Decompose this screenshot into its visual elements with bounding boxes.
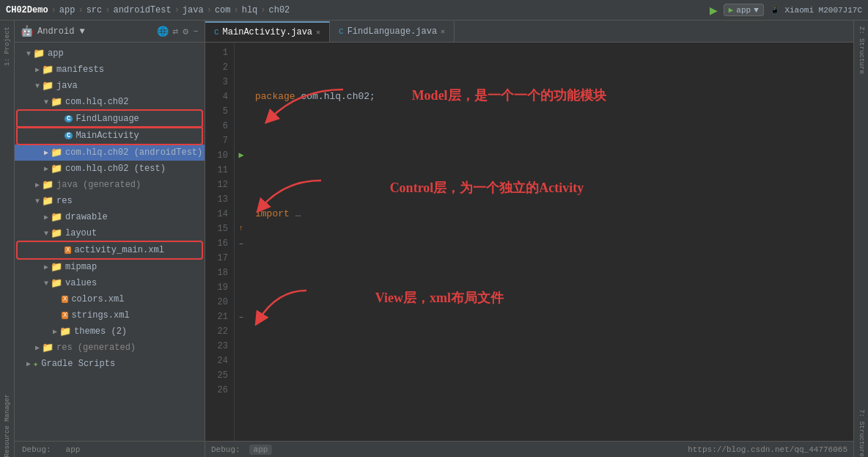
- tab-label: FindLanguage.java: [347, 26, 437, 37]
- tree-label: activity_main.xml: [74, 245, 163, 255]
- tree-label: com.hlq.ch02 (test): [65, 164, 166, 174]
- tree-item-app[interactable]: ▼ 📁 app: [15, 45, 205, 62]
- breadcrumb-app: app: [59, 5, 76, 15]
- right-side-strip: Z: Structure 7: Structure: [853, 21, 868, 457]
- file-tree: ▼ 📁 app ▶ 📁 manifests ▼ 📁 java ▼ 📁 com.h…: [15, 43, 205, 441]
- tree-label: java: [56, 81, 78, 91]
- project-strip-label[interactable]: 1: Project: [4, 26, 11, 66]
- app-tab[interactable]: app: [59, 444, 88, 456]
- app-selector[interactable]: ▶ app ▼: [724, 4, 764, 16]
- sync-icon[interactable]: ⇄: [173, 26, 179, 37]
- tree-label: colors.xml: [71, 294, 124, 304]
- tree-item-com-hlq[interactable]: ▼ 📁 com.hlq.ch02: [15, 94, 205, 110]
- tree-item-colors[interactable]: X colors.xml: [15, 291, 205, 307]
- top-bar-right: ▶ ▶ app ▼ 📱 Xiaomi M2007J17C: [710, 4, 862, 16]
- java-icon: C: [214, 28, 219, 37]
- tree-item-mipmap[interactable]: ▶ 📁 mipmap: [15, 259, 205, 275]
- tree-label: Gradle Scripts: [41, 359, 115, 369]
- tree-item-activity-main[interactable]: X activity_main.xml: [18, 242, 202, 258]
- structure-strip-label[interactable]: Z: Structure: [858, 26, 865, 74]
- tree-item-test[interactable]: ▶ 📁 com.hlq.ch02 (test): [15, 161, 205, 177]
- code-lines: package com.hlq.ch02; import … public cl…: [248, 43, 853, 441]
- tree-label: com.hlq.ch02 (androidTest): [65, 147, 202, 158]
- tree-label: app: [48, 48, 64, 59]
- structure-strip-label2[interactable]: 7: Structure: [858, 409, 865, 457]
- tab-mainactivity[interactable]: C MainActivity.java ✕: [205, 21, 330, 42]
- tree-item-res[interactable]: ▼ 📁 res: [15, 193, 205, 209]
- panel-icons: 🌐 ⇄ ⚙ –: [157, 26, 199, 37]
- tree-item-java[interactable]: ▼ 📁 java: [15, 78, 205, 94]
- tree-item-gradle[interactable]: ▶ ✦ Gradle Scripts: [15, 356, 205, 372]
- tree-label: layout: [65, 228, 97, 238]
- tree-label: manifests: [56, 65, 104, 75]
- app-label: app: [736, 6, 751, 15]
- left-side-strip: 1: Project Resource Manager: [0, 21, 15, 457]
- annotation-model: Model层，是一个一个的功能模块: [343, 73, 606, 149]
- editor-area: C MainActivity.java ✕ C FindLanguage.jav…: [205, 21, 853, 457]
- breadcrumb-src: src: [87, 5, 103, 15]
- tree-item-values[interactable]: ▼ 📁 values: [15, 275, 205, 291]
- tree-label: com.hlq.ch02: [65, 97, 128, 107]
- main-layout: 1: Project Resource Manager 🤖 Android ▼ …: [0, 21, 868, 457]
- code-line-5: [255, 310, 853, 324]
- run-button[interactable]: ▶: [710, 4, 718, 16]
- debug-tab[interactable]: Debug:: [15, 444, 59, 456]
- tree-item-themes[interactable]: ▶ 📁 themes (2): [15, 323, 205, 340]
- java-icon: C: [339, 27, 344, 36]
- settings-icon[interactable]: ⚙: [183, 26, 188, 37]
- globe-icon[interactable]: 🌐: [157, 26, 169, 37]
- collapse-icon[interactable]: –: [239, 236, 244, 251]
- device-label: 📱 Xiaomi M2007J17C: [770, 5, 862, 15]
- tree-label: drawable: [65, 212, 108, 222]
- xml-file-icon: X: [62, 312, 68, 319]
- android-icon: 🤖: [21, 25, 33, 37]
- tree-item-layout[interactable]: ▼ 📁 layout: [15, 225, 205, 241]
- tree-label: themes (2): [74, 326, 127, 337]
- panel-title: Android ▼: [37, 26, 152, 37]
- status-left: Debug: app: [211, 445, 272, 455]
- breadcrumb-androidtest: androidTest: [113, 5, 171, 15]
- tree-item-res-gen[interactable]: ▶ 📁 res (generated): [15, 340, 205, 356]
- device-icon: 📱: [770, 6, 780, 15]
- gradle-icon: ✦: [33, 359, 38, 370]
- tree-item-drawable[interactable]: ▶ 📁 drawable: [15, 209, 205, 225]
- tree-item-findlanguage[interactable]: C FindLanguage: [18, 111, 202, 127]
- app-status: app: [249, 445, 273, 455]
- dropdown-icon: ▼: [754, 6, 759, 15]
- resource-strip-label[interactable]: Resource Manager: [4, 394, 11, 457]
- url-label: https://blog.csdn.net/qq_44776065: [688, 445, 847, 454]
- annotation-view-text: View层，xml布局文件: [375, 290, 504, 305]
- tree-item-mainactivity[interactable]: C MainActivity: [18, 128, 202, 144]
- tree-label: res: [56, 196, 73, 206]
- tree-label: res (generated): [56, 343, 136, 353]
- code-line-4: [255, 266, 853, 280]
- tree-item-java-gen[interactable]: ▶ 📁 java (generated): [15, 177, 205, 193]
- annotation-control-text: Control层，为一个独立的Activity: [390, 180, 584, 195]
- breadcrumb-ch02: ch02: [269, 5, 290, 15]
- tab-close-icon[interactable]: ✕: [441, 27, 445, 36]
- tree-label: MainActivity: [76, 131, 139, 141]
- breadcrumb-java: java: [183, 5, 204, 15]
- run-gutter-icon[interactable]: ▶: [238, 148, 243, 163]
- tab-findlanguage[interactable]: C FindLanguage.java ✕: [330, 21, 455, 42]
- tab-close-icon[interactable]: ✕: [316, 28, 320, 37]
- tab-label: MainActivity.java: [223, 27, 312, 37]
- tree-label: java (generated): [56, 180, 141, 190]
- minimize-icon[interactable]: –: [193, 26, 199, 37]
- line-numbers: 1 2 3 4567 10 11 12 13 14 15 16 17 18 19…: [205, 43, 235, 441]
- code-line-7: [255, 398, 853, 412]
- tree-label: values: [65, 278, 97, 288]
- tree-item-androidtest[interactable]: ▶ 📁 com.hlq.ch02 (androidTest): [15, 145, 205, 161]
- override-gutter-icon: ↑: [239, 222, 243, 236]
- panel-header: 🤖 Android ▼ 🌐 ⇄ ⚙ –: [15, 21, 205, 43]
- status-right: https://blog.csdn.net/qq_44776065: [688, 445, 847, 454]
- tree-item-manifests[interactable]: ▶ 📁 manifests: [15, 62, 205, 78]
- debug-status: Debug:: [211, 445, 240, 454]
- java-class-icon: C: [65, 132, 73, 139]
- code-line-3: import …: [255, 207, 853, 222]
- xml-file-icon: X: [62, 296, 68, 303]
- tree-item-strings[interactable]: X strings.xml: [15, 307, 205, 323]
- bottom-tabs: Debug: app: [15, 441, 205, 457]
- code-content[interactable]: 1 2 3 4567 10 11 12 13 14 15 16 17 18 19…: [205, 43, 853, 441]
- collapse-icon2[interactable]: –: [239, 310, 244, 324]
